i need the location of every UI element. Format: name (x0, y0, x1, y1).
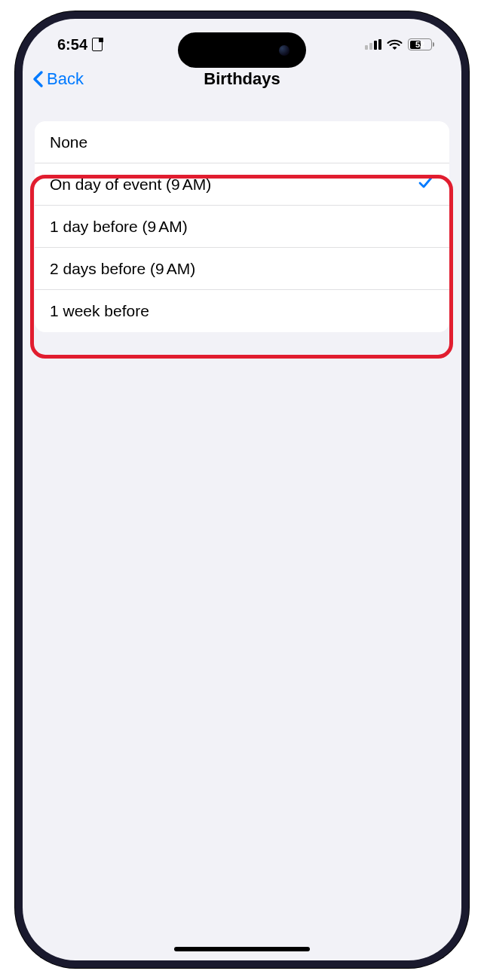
option-on-day[interactable]: On day of event (9 AM) (35, 163, 449, 206)
option-label: 1 day before (9 AM) (50, 218, 188, 236)
option-1-day-before[interactable]: 1 day before (9 AM) (35, 206, 449, 248)
option-label: None (50, 133, 87, 151)
battery-icon: 52 (408, 38, 434, 50)
option-label: On day of event (9 AM) (50, 176, 211, 194)
options-list: None On day of event (9 AM) 1 day before… (35, 121, 449, 332)
option-none[interactable]: None (35, 121, 449, 163)
cellular-signal-icon (365, 39, 381, 50)
option-label: 1 week before (50, 302, 149, 320)
sim-icon (92, 38, 103, 51)
wifi-icon (387, 39, 403, 50)
page-title: Birthdays (204, 69, 280, 89)
option-1-week-before[interactable]: 1 week before (35, 290, 449, 332)
back-label: Back (47, 69, 84, 89)
phone-frame: 6:54 (15, 11, 469, 968)
back-button[interactable]: Back (32, 69, 84, 89)
option-label: 2 days before (9 AM) (50, 260, 195, 278)
chevron-left-icon (32, 70, 44, 88)
checkmark-icon (418, 174, 434, 195)
front-camera (279, 45, 289, 56)
clock: 6:54 (57, 36, 87, 53)
dynamic-island (178, 32, 306, 68)
screen: 6:54 (23, 19, 461, 960)
option-2-days-before[interactable]: 2 days before (9 AM) (35, 248, 449, 290)
battery-percent: 52 (415, 40, 424, 49)
content-area: None On day of event (9 AM) 1 day before… (23, 99, 461, 332)
home-indicator[interactable] (174, 947, 310, 951)
